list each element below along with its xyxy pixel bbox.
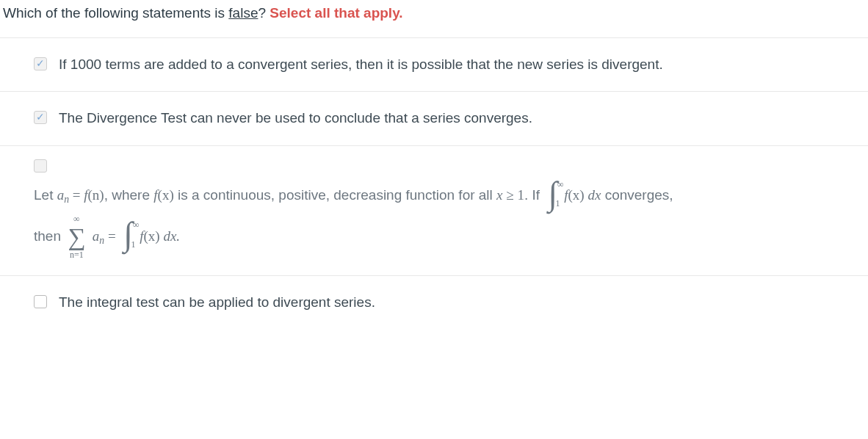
option-text: The Divergence Test can never be used to… [59,108,859,129]
integral-icon: ∞ ∫ 1 [123,219,133,255]
math-text-line2: then ∞ ∑ n=1 an = ∞ ∫ 1 f(x) dx. [34,228,180,244]
answer-option[interactable]: ✓ The Divergence Test can never be used … [0,92,868,146]
question-lead: Which of the following statements is [3,5,228,21]
checkbox[interactable] [34,159,47,173]
answer-option[interactable]: ✓ If 1000 terms are added to a convergen… [0,38,868,92]
question-instruction: Select all that apply. [270,5,402,21]
option-text: If 1000 terms are added to a convergent … [59,54,859,76]
checkmark-icon: ✓ [36,57,45,69]
question-false-word: false [228,5,258,21]
option-math-content: Let an = f(n), where f(x) is a continuou… [0,173,868,277]
question-stem: Which of the following statements is fal… [0,0,868,37]
summation-icon: ∞ ∑ n=1 [68,214,85,259]
math-text: Let an = f(n), where f(x) is a continuou… [34,187,673,203]
answer-option[interactable] [0,146,868,173]
integral-icon: ∞ ∫ 1 [548,178,557,215]
answer-option[interactable]: The integral test can be applied to dive… [0,276,868,330]
checkmark-icon: ✓ [36,111,45,123]
option-text: The integral test can be applied to dive… [59,292,859,313]
answer-options: ✓ If 1000 terms are added to a convergen… [0,37,868,330]
checkbox[interactable]: ✓ [34,57,47,70]
question-tail: ? [258,5,270,21]
checkbox[interactable] [34,295,47,308]
checkbox[interactable]: ✓ [34,111,47,124]
